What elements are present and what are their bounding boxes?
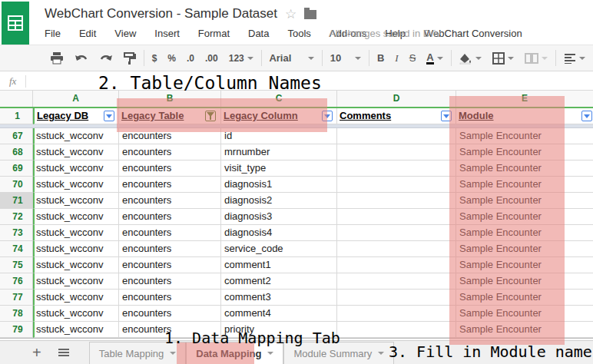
row-number[interactable]: 71 — [0, 193, 33, 209]
cell-legacy-table[interactable]: encounters — [119, 128, 221, 144]
row-number[interactable]: 74 — [0, 241, 33, 257]
cell-module[interactable]: Sample Encounter — [456, 209, 593, 225]
cell-legacy-db[interactable]: sstuck_wcconv — [33, 241, 119, 257]
paint-format-icon[interactable] — [124, 52, 136, 65]
cell-legacy-db[interactable]: sstuck_wcconv — [33, 225, 119, 241]
decrease-decimal-button[interactable]: .0 — [187, 53, 194, 64]
cell-comments[interactable] — [337, 290, 456, 306]
cell-legacy-column[interactable]: diagnosis1 — [221, 177, 337, 193]
cell-legacy-table[interactable]: encounters — [119, 290, 221, 306]
increase-decimal-button[interactable]: .00 — [205, 53, 218, 64]
all-sheets-icon[interactable] — [58, 349, 69, 356]
format-currency-button[interactable]: $ — [152, 53, 157, 64]
cell-legacy-db[interactable]: sstuck_wcconv — [33, 290, 119, 306]
cell-comments[interactable] — [337, 322, 456, 338]
horizontal-align-button[interactable] — [564, 53, 585, 64]
row-number[interactable]: 76 — [0, 273, 33, 290]
cell-module[interactable]: Sample Encounter — [456, 306, 593, 322]
cell-legacy-db[interactable]: sstuck_wcconv — [33, 128, 119, 144]
cell-legacy-table[interactable]: encounters — [119, 257, 221, 273]
cell-legacy-column[interactable]: service_code — [221, 241, 337, 257]
menu-view[interactable]: View — [114, 28, 136, 39]
cell-comments[interactable] — [337, 306, 456, 322]
cell-legacy-db[interactable]: sstuck_wcconv — [33, 193, 119, 209]
cell-module[interactable]: Sample Encounter — [456, 241, 593, 257]
cell-comments[interactable] — [337, 225, 456, 241]
cell-legacy-table[interactable]: encounters — [119, 306, 221, 322]
tab-table-mapping[interactable]: Table Mapping — [89, 342, 187, 364]
cell-legacy-column[interactable]: comment2 — [221, 273, 337, 290]
cell-legacy-column[interactable]: mrnumber — [221, 144, 337, 160]
fill-color-button[interactable] — [459, 52, 482, 65]
formula-bar[interactable]: fx — [0, 72, 593, 91]
italic-button[interactable]: I — [395, 52, 398, 65]
cell-legacy-db[interactable]: sstuck_wcconv — [33, 209, 119, 225]
menu-format[interactable]: Format — [198, 28, 230, 39]
filter-active-funnel-icon[interactable] — [205, 111, 216, 121]
cell-legacy-table[interactable]: encounters — [119, 144, 221, 160]
column-header-c[interactable]: C — [221, 91, 337, 107]
select-all-corner[interactable] — [0, 91, 33, 107]
text-color-button[interactable]: A — [426, 52, 442, 65]
cell-module[interactable]: Sample Encounter — [456, 290, 593, 306]
menu-data[interactable]: Data — [248, 28, 269, 39]
cell-legacy-table[interactable]: encounters — [119, 177, 221, 193]
folder-icon[interactable] — [304, 10, 316, 19]
cell-legacy-column[interactable]: id — [221, 128, 337, 144]
cell-comments[interactable] — [337, 241, 456, 257]
row-number[interactable]: 79 — [0, 322, 33, 338]
row-number[interactable]: 1 — [0, 108, 33, 124]
cell-legacy-column[interactable]: comment3 — [221, 290, 337, 306]
row-number[interactable]: 77 — [0, 290, 33, 306]
filter-dropdown-icon[interactable] — [322, 111, 333, 121]
cell-legacy-column[interactable]: priority — [221, 322, 337, 338]
more-formats-button[interactable]: 123 — [229, 53, 253, 64]
cell-comments[interactable] — [337, 273, 456, 290]
header-cell-legacy-db[interactable]: Legacy DB — [33, 108, 119, 124]
cell-module[interactable]: Sample Encounter — [456, 193, 593, 209]
header-cell-legacy-table[interactable]: Legacy Table — [119, 108, 221, 124]
cell-legacy-column[interactable]: diagnosis4 — [221, 225, 337, 241]
cell-legacy-table[interactable]: encounters — [119, 160, 221, 177]
cell-legacy-table[interactable]: encounters — [119, 225, 221, 241]
font-size-select[interactable]: 10 — [330, 52, 341, 64]
tab-module-summary[interactable]: Module Summary — [283, 342, 394, 364]
cell-legacy-column[interactable]: diagnosis3 — [221, 209, 337, 225]
cell-legacy-db[interactable]: sstuck_wcconv — [33, 257, 119, 273]
chevron-down-icon[interactable] — [267, 352, 273, 355]
cell-module[interactable]: Sample Encounter — [456, 273, 593, 290]
row-number[interactable]: 69 — [0, 160, 33, 177]
cell-legacy-db[interactable]: sstuck_wcconv — [33, 144, 119, 160]
cell-legacy-column[interactable]: comment4 — [221, 306, 337, 322]
tab-data-mapping[interactable]: Data Mapping — [186, 342, 283, 364]
bold-button[interactable]: B — [377, 52, 384, 64]
cell-comments[interactable] — [337, 144, 456, 160]
column-header-e[interactable]: E — [456, 91, 593, 107]
cell-legacy-db[interactable]: sstuck_wcconv — [33, 306, 119, 322]
cell-module[interactable]: Sample Encounter — [456, 144, 593, 160]
cell-module[interactable]: Sample Encounter — [456, 160, 593, 177]
redo-icon[interactable] — [99, 53, 113, 64]
cell-comments[interactable] — [337, 128, 456, 144]
star-icon[interactable]: ☆ — [285, 6, 296, 22]
row-number[interactable]: 73 — [0, 225, 33, 241]
menu-tools[interactable]: Tools — [287, 28, 310, 39]
menu-edit[interactable]: Edit — [79, 28, 96, 39]
row-number[interactable]: 72 — [0, 209, 33, 225]
format-percent-button[interactable]: % — [167, 53, 176, 64]
filter-dropdown-icon[interactable] — [441, 111, 452, 121]
column-header-a[interactable]: A — [33, 91, 119, 107]
cell-legacy-db[interactable]: sstuck_wcconv — [33, 160, 119, 177]
header-cell-module[interactable]: Module — [456, 108, 593, 124]
cell-module[interactable]: Sample Encounter — [456, 257, 593, 273]
row-number[interactable]: 75 — [0, 257, 33, 273]
row-number[interactable]: 78 — [0, 306, 33, 322]
cell-legacy-column[interactable]: visit_type — [221, 160, 337, 177]
print-icon[interactable] — [50, 52, 64, 65]
menu-insert[interactable]: Insert — [154, 28, 180, 39]
chevron-down-icon[interactable] — [308, 57, 314, 60]
cell-module[interactable]: Sample Encounter — [456, 225, 593, 241]
cell-legacy-db[interactable]: sstuck_wcconv — [33, 273, 119, 290]
row-number[interactable]: 70 — [0, 177, 33, 193]
cell-module[interactable]: Sample Encounter — [456, 177, 593, 193]
